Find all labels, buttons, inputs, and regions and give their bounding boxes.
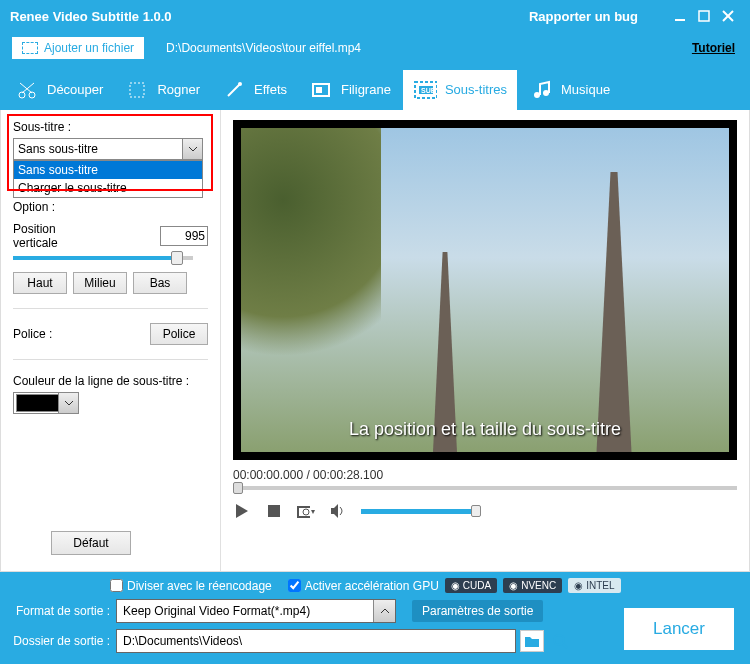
seek-bar[interactable]	[233, 486, 737, 490]
dropdown-value: Sans sous-titre	[18, 142, 98, 156]
chip-nvenc: ◉ NVENC	[503, 578, 562, 593]
svg-rect-1	[699, 11, 709, 21]
svg-line-22	[563, 644, 567, 648]
folder-value: D:\Documents\Videos\	[123, 634, 242, 648]
subtitle-overlay: La position et la taille du sous-titre	[233, 419, 737, 440]
tab-watermark[interactable]: Filigrane	[299, 70, 401, 110]
volume-thumb[interactable]	[471, 505, 481, 517]
subtitle-icon: SUB	[413, 78, 437, 102]
option-label: Option :	[13, 200, 208, 214]
chevron-up-icon	[373, 600, 395, 622]
volume-icon[interactable]	[329, 502, 347, 520]
position-slider[interactable]	[13, 256, 193, 260]
tab-label: Effets	[254, 82, 287, 97]
tab-subtitles[interactable]: SUB Sous-titres	[403, 70, 517, 110]
subtitle-options: Sans sous-titre Charger le sous-titre	[13, 160, 203, 198]
player-controls: ▾	[233, 502, 737, 520]
subtitle-dropdown[interactable]: Sans sous-titre	[13, 138, 203, 160]
tab-effects[interactable]: Effets	[212, 70, 297, 110]
seek-thumb[interactable]	[233, 482, 243, 494]
chip-intel: ◉ INTEL	[568, 578, 620, 593]
tab-label: Filigrane	[341, 82, 391, 97]
app-title: Renee Video Subtitle 1.0.0	[10, 9, 172, 24]
video-preview: La position et la taille du sous-titre	[233, 120, 737, 460]
add-file-icon	[22, 42, 38, 54]
position-label: Position verticale	[13, 222, 73, 250]
scissors-icon	[15, 78, 39, 102]
launch-button[interactable]: Lancer	[624, 608, 734, 650]
titlebar: Renee Video Subtitle 1.0.0 Rapporter un …	[0, 0, 750, 32]
default-button[interactable]: Défaut	[51, 531, 131, 555]
subtitle-label: Sous-titre :	[13, 120, 208, 134]
timecode: 00:00:00.000 / 00:00:28.100	[233, 468, 737, 482]
svg-line-6	[20, 83, 32, 93]
watermark-icon	[309, 78, 333, 102]
tree-foliage	[241, 128, 381, 368]
svg-text:SUB: SUB	[421, 87, 436, 94]
split-checkbox[interactable]: Diviser avec le réencodage	[110, 579, 272, 593]
maximize-button[interactable]	[692, 4, 716, 28]
params-button[interactable]: Paramètres de sortie	[412, 600, 543, 622]
browse-folder-button[interactable]	[520, 630, 544, 652]
minimize-button[interactable]	[668, 4, 692, 28]
chevron-down-icon	[182, 139, 202, 159]
tab-label: Musique	[561, 82, 610, 97]
filebar: Ajouter un fichier D:\Documents\Videos\t…	[0, 32, 750, 64]
split-label: Diviser avec le réencodage	[127, 579, 272, 593]
eiffel-tower-near	[579, 172, 649, 452]
add-file-button[interactable]: Ajouter un fichier	[10, 35, 146, 61]
position-input[interactable]	[160, 226, 208, 246]
folder-input[interactable]: D:\Documents\Videos\	[116, 629, 516, 653]
format-value: Keep Original Video Format(*.mp4)	[123, 604, 310, 618]
svg-point-10	[238, 82, 242, 86]
font-button[interactable]: Police	[150, 323, 208, 345]
tab-label: Rogner	[157, 82, 200, 97]
tabs: Découper Rogner Effets Filigrane SUB Sou…	[0, 64, 750, 110]
tutorial-link[interactable]: Tutoriel	[692, 41, 735, 55]
wand-icon	[222, 78, 246, 102]
slider-thumb[interactable]	[171, 251, 183, 265]
format-combo[interactable]: Keep Original Video Format(*.mp4)	[116, 599, 396, 623]
main: Sous-titre : Sans sous-titre Sans sous-t…	[0, 110, 750, 572]
sidebar: Sous-titre : Sans sous-titre Sans sous-t…	[1, 110, 221, 571]
color-swatch	[16, 394, 60, 412]
preview-pane: La position et la taille du sous-titre 0…	[221, 110, 749, 571]
svg-rect-18	[268, 505, 280, 517]
top-button[interactable]: Haut	[13, 272, 67, 294]
gpu-label: Activer accélération GPU	[305, 579, 439, 593]
svg-point-21	[554, 635, 564, 645]
option-load-subtitle[interactable]: Charger le sous-titre	[14, 179, 202, 197]
snapshot-button[interactable]: ▾	[297, 502, 315, 520]
add-file-label: Ajouter un fichier	[44, 41, 134, 55]
gpu-checkbox[interactable]: Activer accélération GPU	[288, 579, 439, 593]
svg-rect-8	[130, 83, 144, 97]
tab-cut[interactable]: Découper	[5, 70, 113, 110]
tab-label: Découper	[47, 82, 103, 97]
svg-line-7	[22, 83, 34, 93]
bottom-panel: Diviser avec le réencodage Activer accél…	[0, 572, 750, 664]
bottom-button[interactable]: Bas	[133, 272, 187, 294]
stop-button[interactable]	[265, 502, 283, 520]
play-button[interactable]	[233, 502, 251, 520]
music-icon	[529, 78, 553, 102]
tab-crop[interactable]: Rogner	[115, 70, 210, 110]
font-label: Police :	[13, 327, 52, 341]
middle-button[interactable]: Milieu	[73, 272, 127, 294]
report-bug-link[interactable]: Rapporter un bug	[529, 9, 638, 24]
file-path: D:\Documents\Videos\tour eiffel.mp4	[166, 41, 361, 55]
chip-cuda: ◉ CUDA	[445, 578, 497, 593]
color-label: Couleur de la ligne de sous-titre :	[13, 374, 208, 388]
svg-line-9	[228, 84, 240, 96]
video-scene	[241, 128, 729, 452]
search-folder-button[interactable]	[548, 630, 572, 652]
svg-point-20	[303, 509, 309, 515]
svg-rect-12	[316, 87, 322, 93]
color-dropdown[interactable]	[13, 392, 79, 414]
option-no-subtitle[interactable]: Sans sous-titre	[14, 161, 202, 179]
folder-label: Dossier de sortie :	[10, 634, 110, 648]
crop-icon	[125, 78, 149, 102]
close-button[interactable]	[716, 4, 740, 28]
volume-slider[interactable]	[361, 509, 481, 514]
tab-music[interactable]: Musique	[519, 70, 620, 110]
tab-label: Sous-titres	[445, 82, 507, 97]
